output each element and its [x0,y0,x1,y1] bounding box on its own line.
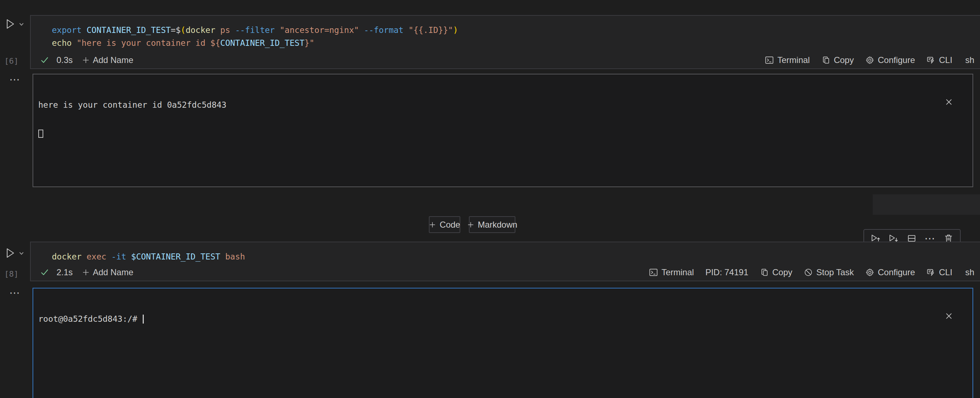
terminal-button[interactable]: Terminal [765,55,810,65]
terminal-output[interactable]: root@0a52fdc5d843:/# [33,288,973,398]
toolbar-hover-highlight [873,194,980,215]
add-name-button[interactable]: Add Name [82,267,133,277]
chevron-down-icon [19,22,24,27]
add-code-cell-button[interactable]: Code [429,216,460,233]
output-menu-ellipsis[interactable]: ⋯ [9,76,21,83]
close-icon [944,98,953,107]
cli-icon [926,268,935,277]
terminal-line: here is your container id 0a52fdc5d843 [38,100,967,110]
run-cell-button[interactable] [6,248,15,258]
close-icon [944,312,953,321]
add-markdown-cell-button[interactable]: Markdown [469,216,515,233]
copy-icon [760,268,769,277]
plus-icon [82,56,90,64]
cell-status-bar: 2.1s Add Name Terminal PID: 74191 [31,264,980,281]
configure-button[interactable]: Configure [865,55,915,65]
code-line: docker exec -it $CONTAINER_ID_TEST bash [52,250,245,263]
gear-icon [865,56,875,65]
play-icon [6,248,15,258]
code-line: export CONTAINER_ID_TEST=$(docker ps --f… [52,24,458,37]
plus-icon [467,221,474,229]
close-output-button[interactable] [944,79,964,125]
terminal-button[interactable]: Terminal [649,267,694,277]
execution-count-label: [6] [4,56,19,66]
terminal-icon [765,56,774,65]
chevron-down-icon [19,251,24,256]
cell-actions: Terminal PID: 74191 Copy Stop Task [649,267,974,277]
execution-count-label: [8] [4,270,19,278]
cell-status-bar: 0.3s Add Name Terminal Copy [31,52,980,68]
execution-duration: 0.3s [57,55,73,65]
kernel-label[interactable]: sh [965,55,974,65]
stop-circle-icon [804,268,813,277]
play-icon [6,19,15,29]
run-options-chevron[interactable] [19,251,24,256]
terminal-prompt-line: root@0a52fdc5d843:/# [38,314,967,324]
close-output-button[interactable] [944,293,964,339]
gear-icon [865,268,875,277]
cli-icon [926,56,935,65]
terminal-cursor [143,315,144,324]
notebook-cell: export CONTAINER_ID_TEST=$(docker ps --f… [30,15,980,69]
output-menu-ellipsis[interactable]: ⋯ [9,289,21,296]
copy-button[interactable]: Copy [760,267,792,277]
code-line: echo "here is your container id ${CONTAI… [52,37,458,50]
add-name-button[interactable]: Add Name [82,55,133,65]
notebook-cell: docker exec -it $CONTAINER_ID_TEST bash … [30,241,980,281]
cli-button[interactable]: CLI [926,55,952,65]
run-cell-button[interactable] [6,19,15,29]
pid-label: PID: 74191 [705,267,748,277]
execution-duration: 2.1s [57,267,73,277]
kernel-label[interactable]: sh [965,267,974,277]
code-editor[interactable]: export CONTAINER_ID_TEST=$(docker ps --f… [52,24,458,50]
terminal-icon [649,268,658,277]
cell-actions: Terminal Copy Configure [765,55,974,65]
success-check-icon [40,268,49,277]
code-editor[interactable]: docker exec -it $CONTAINER_ID_TEST bash [52,250,245,263]
cli-button[interactable]: CLI [926,267,952,277]
copy-icon [821,56,830,65]
success-check-icon [40,56,49,65]
stop-task-button[interactable]: Stop Task [804,267,854,277]
plus-icon [82,269,90,276]
plus-icon [429,221,436,229]
copy-button[interactable]: Copy [821,55,854,65]
terminal-output[interactable]: here is your container id 0a52fdc5d843 [33,74,973,187]
more-actions-button[interactable]: ⋯ [924,235,935,242]
configure-button[interactable]: Configure [865,267,915,277]
terminal-cursor [38,129,43,138]
run-options-chevron[interactable] [19,22,24,27]
